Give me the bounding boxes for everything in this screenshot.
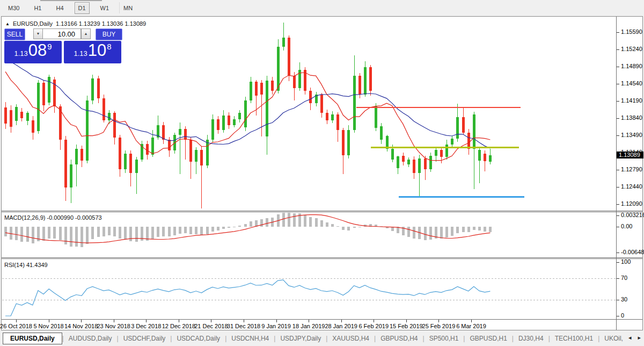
volume-increase-button[interactable]: ▲ xyxy=(81,28,91,39)
buy-price-box[interactable]: 1.13 10 8 xyxy=(64,41,121,63)
current-price-tag: 1.13089 xyxy=(617,152,643,158)
tab-gbpusd-h4[interactable]: GBPUSD,H4 xyxy=(376,333,422,344)
tab-xauusd-h4[interactable]: XAUUSD,H4 xyxy=(327,333,374,344)
tab-sp500-h1[interactable]: SP500,H1 xyxy=(425,333,464,344)
tab-scroll-arrows: ◂ ▸ xyxy=(628,334,641,341)
tab-usdjpy-daily[interactable]: USDJPY,Daily xyxy=(275,333,326,344)
sell-price-big: 08 xyxy=(28,41,47,60)
macd-title: MACD(12,26,9) -0.000990 -0.000573 xyxy=(4,214,102,221)
tab-eurusd-daily[interactable]: EURUSD,Daily xyxy=(3,333,62,344)
buy-price-prefix: 1.13 xyxy=(74,49,87,57)
tab-usdcad-daily[interactable]: USDCAD,Daily xyxy=(172,333,225,344)
tab-tech100-h1[interactable]: TECH100,H1 xyxy=(550,333,598,344)
macd-values: -0.000990 -0.000573 xyxy=(47,214,101,221)
symbol-tab-bar: EURUSD,Daily|AUDUSD,Daily|USDCHF,Daily|U… xyxy=(0,331,644,346)
rsi-value: 41.4349 xyxy=(26,262,48,268)
sell-price-prefix: 1.13 xyxy=(14,49,27,57)
buy-price-big: 10 xyxy=(88,41,106,60)
buy-price-sup: 8 xyxy=(107,42,111,51)
rsi-title-text: RSI(14) xyxy=(4,262,25,268)
tab-scroll-left-icon[interactable]: ◂ xyxy=(628,334,632,341)
tab-scroll-right-icon[interactable]: ▸ xyxy=(638,334,641,341)
mt4-window: M30H1H4D1W1MN 1.155901.152401.148901.145… xyxy=(0,0,644,346)
sell-price-sup: 9 xyxy=(47,42,52,51)
tab-ukoil[interactable]: UKOil, xyxy=(599,333,628,344)
tab-audusd-daily[interactable]: AUDUSD,Daily xyxy=(64,333,117,344)
buy-button[interactable]: BUY xyxy=(96,28,122,40)
tab-usdchf-daily[interactable]: USDCHF,Daily xyxy=(119,333,171,344)
tab-dj30-h4[interactable]: DJ30,H4 xyxy=(514,333,548,344)
chart-title: ▲EURUSD,Daily 1.13166 1.13239 1.13036 1.… xyxy=(5,20,146,27)
symbol-marker-icon: ▲ xyxy=(5,21,10,26)
sell-button[interactable]: SELL xyxy=(4,28,25,40)
tab-usdcnh-h4[interactable]: USDCNH,H4 xyxy=(226,333,274,344)
tab-gbpusd-h1[interactable]: GBPUSD,H1 xyxy=(465,333,511,344)
volume-decrease-button[interactable]: ▼ xyxy=(33,28,43,39)
chart-title-symbol: EURUSD,Daily xyxy=(13,20,53,27)
macd-title-text: MACD(12,26,9) xyxy=(4,214,45,221)
sell-price-box[interactable]: 1.13 08 9 xyxy=(4,41,62,63)
chart-title-ohlc: 1.13166 1.13239 1.13036 1.13089 xyxy=(56,20,146,27)
rsi-title: RSI(14) 41.4349 xyxy=(4,262,48,268)
volume-input[interactable] xyxy=(42,28,81,39)
